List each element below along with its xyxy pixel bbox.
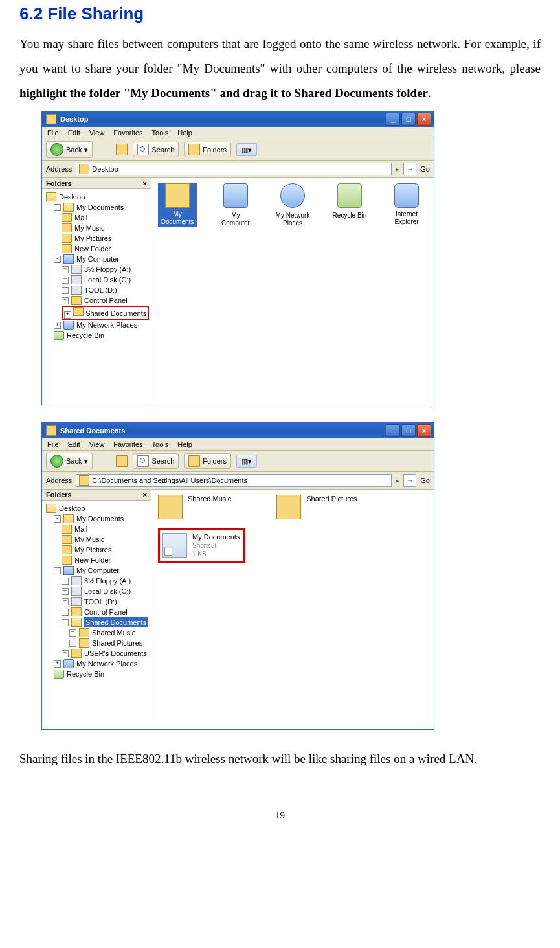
- collapse-icon[interactable]: -: [54, 567, 61, 574]
- titlebar[interactable]: Shared Documents _ □ ×: [42, 423, 434, 438]
- tree-networkplaces[interactable]: My Network Places: [76, 659, 137, 669]
- address-input[interactable]: Desktop: [76, 163, 392, 175]
- tree-controlpanel[interactable]: Control Panel: [84, 295, 128, 306]
- expand-icon[interactable]: +: [69, 640, 76, 647]
- tree-mycomputer[interactable]: My Computer: [76, 565, 119, 576]
- tree-newfolder[interactable]: New Folder: [74, 555, 111, 565]
- tree-mymusic[interactable]: My Music: [74, 223, 104, 233]
- expand-icon[interactable]: +: [69, 629, 76, 637]
- expand-icon[interactable]: +: [62, 287, 69, 294]
- icon-my-computer[interactable]: My Computer: [218, 183, 254, 227]
- icon-my-network-places[interactable]: My Network Places: [274, 183, 311, 227]
- tree-mydocs[interactable]: My Documents: [76, 514, 124, 524]
- maximize-button[interactable]: □: [401, 424, 416, 437]
- content-area[interactable]: Shared Music Shared Pictures My Document…: [151, 490, 434, 729]
- tree-localdisk[interactable]: Local Disk (C:): [84, 586, 131, 596]
- menu-favorites[interactable]: Favorites: [113, 440, 142, 448]
- expand-icon[interactable]: +: [62, 276, 69, 284]
- search-button[interactable]: Search: [133, 142, 179, 157]
- expand-icon[interactable]: +: [62, 266, 69, 273]
- expand-icon[interactable]: +: [64, 311, 71, 319]
- menu-view[interactable]: View: [89, 440, 105, 448]
- forward-button[interactable]: [98, 143, 111, 156]
- go-button[interactable]: →: [403, 474, 416, 487]
- tree-networkplaces[interactable]: My Network Places: [76, 320, 137, 330]
- folders-pane-close[interactable]: ×: [143, 179, 147, 187]
- titlebar[interactable]: Desktop _ □ ×: [42, 111, 434, 127]
- tree-tool[interactable]: TOOL (D:): [84, 285, 117, 295]
- menu-view[interactable]: View: [89, 129, 105, 137]
- tree-usersdocs[interactable]: USER's Documents: [84, 648, 147, 659]
- tree-shareddocs-selected[interactable]: Shared Documents: [84, 617, 148, 627]
- tree-mail[interactable]: Mail: [74, 212, 87, 223]
- menu-help[interactable]: Help: [177, 440, 192, 448]
- folders-button[interactable]: Folders: [184, 142, 231, 157]
- back-button[interactable]: Back ▾: [46, 141, 93, 158]
- tree-floppy[interactable]: 3½ Floppy (A:): [84, 576, 131, 586]
- go-button[interactable]: →: [403, 163, 416, 175]
- close-button[interactable]: ×: [417, 424, 431, 437]
- tile-shared-pictures[interactable]: Shared Pictures: [276, 495, 357, 519]
- tree-sharedpictures[interactable]: Shared Pictures: [92, 638, 142, 648]
- menu-favorites[interactable]: Favorites: [113, 129, 142, 137]
- menu-tools[interactable]: Tools: [152, 440, 169, 448]
- folder-tree[interactable]: Desktop -My Documents Mail My Music My P…: [42, 501, 151, 682]
- tree-desktop[interactable]: Desktop: [59, 503, 85, 514]
- maximize-button[interactable]: □: [401, 113, 416, 126]
- icon-internet-explorer[interactable]: Internet Explorer: [388, 183, 425, 227]
- tree-mydocs[interactable]: My Documents: [76, 202, 124, 212]
- expand-icon[interactable]: +: [54, 322, 61, 329]
- tree-shareddocs[interactable]: Shared Documents: [85, 310, 146, 317]
- tile-shared-music[interactable]: Shared Music: [158, 495, 231, 519]
- tree-mycomputer[interactable]: My Computer: [76, 254, 119, 264]
- up-button[interactable]: [116, 144, 128, 155]
- minimize-button[interactable]: _: [386, 424, 400, 437]
- tree-sharedmusic[interactable]: Shared Music: [92, 627, 135, 638]
- tree-mail[interactable]: Mail: [74, 524, 87, 534]
- icon-recycle-bin[interactable]: Recycle Bin: [331, 183, 368, 227]
- icon-my-documents[interactable]: My Documents: [158, 183, 197, 227]
- views-button[interactable]: ▥▾: [236, 455, 257, 468]
- tree-mypictures[interactable]: My Pictures: [74, 233, 111, 243]
- back-button[interactable]: Back ▾: [46, 453, 93, 469]
- forward-button[interactable]: [98, 455, 111, 468]
- menu-tools[interactable]: Tools: [152, 129, 169, 137]
- collapse-icon[interactable]: -: [54, 256, 61, 263]
- menu-file[interactable]: File: [47, 440, 59, 448]
- tree-newfolder[interactable]: New Folder: [74, 243, 111, 254]
- folder-tree[interactable]: Desktop -My Documents Mail My Music My P…: [42, 189, 151, 343]
- tree-mymusic[interactable]: My Music: [74, 534, 104, 545]
- tree-mypictures[interactable]: My Pictures: [74, 545, 111, 555]
- content-area[interactable]: My Documents My Computer My Network Plac…: [151, 178, 434, 405]
- minimize-button[interactable]: _: [386, 113, 400, 126]
- menu-help[interactable]: Help: [177, 129, 192, 137]
- expand-icon[interactable]: +: [62, 578, 69, 585]
- menu-edit[interactable]: Edit: [68, 440, 80, 448]
- expand-icon[interactable]: +: [62, 588, 69, 595]
- folders-button[interactable]: Folders: [184, 453, 231, 469]
- menu-edit[interactable]: Edit: [68, 129, 80, 137]
- collapse-icon[interactable]: -: [54, 515, 61, 523]
- tree-desktop[interactable]: Desktop: [59, 192, 85, 202]
- tree-recyclebin[interactable]: Recycle Bin: [67, 669, 104, 679]
- expand-icon[interactable]: +: [62, 297, 69, 304]
- menu-file[interactable]: File: [47, 129, 59, 137]
- expand-icon[interactable]: +: [62, 609, 69, 616]
- close-button[interactable]: ×: [417, 113, 431, 126]
- tree-tool[interactable]: TOOL (D:): [84, 596, 117, 607]
- tree-recyclebin[interactable]: Recycle Bin: [67, 330, 104, 341]
- tree-controlpanel[interactable]: Control Panel: [84, 607, 128, 617]
- views-button[interactable]: ▥▾: [236, 143, 257, 156]
- collapse-icon[interactable]: -: [62, 619, 69, 626]
- search-button[interactable]: Search: [133, 453, 179, 469]
- expand-icon[interactable]: +: [62, 650, 69, 657]
- tree-floppy[interactable]: 3½ Floppy (A:): [84, 264, 131, 275]
- tile-my-documents-shortcut[interactable]: My Documents Shortcut 1 KB: [162, 533, 240, 558]
- expand-icon[interactable]: +: [62, 598, 69, 605]
- collapse-icon[interactable]: -: [54, 204, 61, 211]
- up-button[interactable]: [116, 455, 128, 467]
- folders-pane-close[interactable]: ×: [143, 491, 147, 499]
- tree-localdisk[interactable]: Local Disk (C:): [84, 275, 131, 285]
- address-input[interactable]: C:\Documents and Settings\All Users\Docu…: [76, 474, 392, 487]
- expand-icon[interactable]: +: [54, 660, 61, 668]
